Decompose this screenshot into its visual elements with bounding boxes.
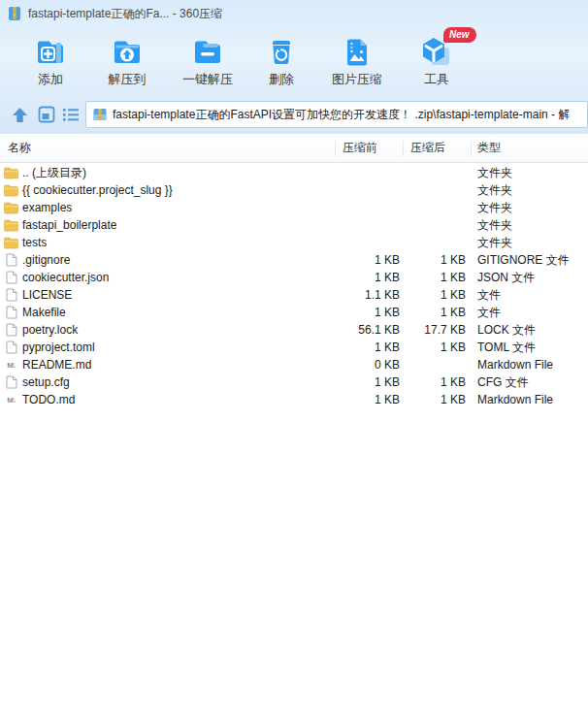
app-window: fastapi-template正确的Fa... - 360压缩 添加 [0,0,588,714]
file-name: README.md [22,358,91,372]
file-name-cell: M↓ README.md [0,358,335,372]
file-name-cell: M↓ TODO.md [0,393,335,406]
size-after-cell: 1 KB [400,375,466,389]
file-name: pyproject.toml [22,341,95,354]
file-name-cell: .gitignore [0,253,335,267]
file-name-cell: .. (上级目录) [0,165,335,181]
file-name-cell: cookiecutter.json [0,271,335,284]
add-button[interactable]: 添加 [18,33,82,93]
file-name: setup.cfg [22,375,70,389]
file-row[interactable]: M↓ README.md 0 KB Markdown File [0,356,588,373]
file-name-cell: examples [0,201,335,214]
address-bar[interactable]: fastapi-template正确的FastAPI设置可加快您的开发速度！ .… [85,101,588,128]
list-view-button[interactable] [60,104,82,125]
type-cell: TOML 文件 [466,340,536,356]
file-row[interactable]: cookiecutter.json 1 KB 1 KB JSON 文件 [0,269,588,286]
file-icon [4,253,18,267]
file-name-cell: Makefile [0,306,335,319]
column-header-name[interactable]: 名称 [0,140,335,156]
folder-icon [4,218,18,232]
image-compress-icon [325,33,389,72]
file-name-cell: LICENSE [0,288,335,302]
markdown-icon: M↓ [4,358,18,372]
file-row[interactable]: Makefile 1 KB 1 KB 文件 [0,304,588,321]
column-separator [403,141,404,156]
column-header-size-after[interactable]: 压缩后 [400,140,466,156]
size-after-cell: 1 KB [400,288,466,302]
folder-icon [4,166,18,179]
file-name-cell: tests [0,236,335,249]
file-row[interactable]: {{ cookiecutter.project_slug }} 文件夹 [0,181,588,199]
column-header-size-before[interactable]: 压缩前 [335,140,400,156]
type-cell: Markdown File [466,393,553,406]
column-separator [335,141,336,156]
size-before-cell: 56.1 KB [335,323,400,337]
folder-icon [4,201,18,214]
icon-view-icon [38,106,55,123]
window-chrome: fastapi-template正确的Fa... - 360压缩 添加 [0,0,588,134]
one-click-extract-button-label: 一键解压 [176,72,240,87]
size-before-cell: 1 KB [335,253,400,267]
file-name: .. (上级目录) [22,165,86,181]
file-name: poetry.lock [22,323,78,337]
add-button-label: 添加 [18,72,82,87]
extract-to-button[interactable]: 解压到 [95,33,159,93]
type-cell: 文件夹 [466,182,512,199]
up-arrow-icon [11,106,29,124]
file-list: .. (上级目录) 文件夹 {{ cookiecutter.project_sl… [0,164,588,408]
file-row[interactable]: setup.cfg 1 KB 1 KB CFG 文件 [0,373,588,391]
file-icon [4,341,18,354]
markdown-icon: M↓ [4,393,18,406]
icon-view-button[interactable] [36,104,57,125]
file-row[interactable]: examples 文件夹 [0,199,588,216]
archive-file-icon [92,107,108,122]
type-cell: 文件 [466,287,501,304]
type-cell: GITIGNORE 文件 [466,252,570,269]
size-before-cell: 1 KB [335,393,400,406]
up-directory-button[interactable] [9,104,30,125]
folder-icon [4,183,18,197]
size-before-cell: 1.1 KB [335,288,400,302]
file-icon [4,323,18,337]
file-name: fastapi_boilerplate [22,218,116,232]
file-row[interactable]: pyproject.toml 1 KB 1 KB TOML 文件 [0,339,588,356]
type-cell: 文件夹 [466,235,512,251]
file-row[interactable]: .. (上级目录) 文件夹 [0,164,588,181]
one-click-extract-button[interactable]: 一键解压 [176,33,240,93]
file-row[interactable]: poetry.lock 56.1 KB 17.7 KB LOCK 文件 [0,321,588,339]
size-before-cell: 1 KB [335,341,400,354]
delete-trash-icon [249,33,313,72]
file-icon [4,288,18,302]
toolbar: 添加 解压到 [0,27,588,95]
file-row[interactable]: tests 文件夹 [0,234,588,251]
image-compress-button[interactable]: 图片压缩 [325,33,389,93]
file-row[interactable]: M↓ TODO.md 1 KB 1 KB Markdown File [0,391,588,408]
file-name: .gitignore [22,253,70,267]
delete-button[interactable]: 删除 [249,33,313,93]
image-compress-button-label: 图片压缩 [325,72,389,87]
type-cell: 文件夹 [466,165,512,181]
file-name: LICENSE [22,288,72,302]
file-name: TODO.md [22,393,75,406]
add-folder-icon [18,33,82,72]
type-cell: 文件 [466,305,501,321]
file-name-cell: {{ cookiecutter.project_slug }} [0,183,335,197]
file-row[interactable]: LICENSE 1.1 KB 1 KB 文件 [0,286,588,304]
tools-button-label: 工具 [405,72,469,87]
file-icon [4,271,18,284]
size-after-cell: 1 KB [400,253,466,267]
size-before-cell: 0 KB [335,358,400,372]
navbar: fastapi-template正确的FastAPI设置可加快您的开发速度！ .… [0,95,588,134]
size-after-cell: 1 KB [400,341,466,354]
size-after-cell: 1 KB [400,306,466,319]
file-row[interactable]: .gitignore 1 KB 1 KB GITIGNORE 文件 [0,251,588,269]
file-name-cell: fastapi_boilerplate [0,218,335,232]
window-title: fastapi-template正确的Fa... - 360压缩 [28,6,222,22]
type-cell: 文件夹 [466,217,512,234]
list-header: 名称 压缩前 压缩后 类型 [0,134,588,163]
one-click-extract-folder-icon [176,33,240,72]
file-row[interactable]: fastapi_boilerplate 文件夹 [0,216,588,234]
delete-button-label: 删除 [249,72,313,87]
type-cell: JSON 文件 [466,270,535,286]
size-after-cell: 1 KB [400,271,466,284]
